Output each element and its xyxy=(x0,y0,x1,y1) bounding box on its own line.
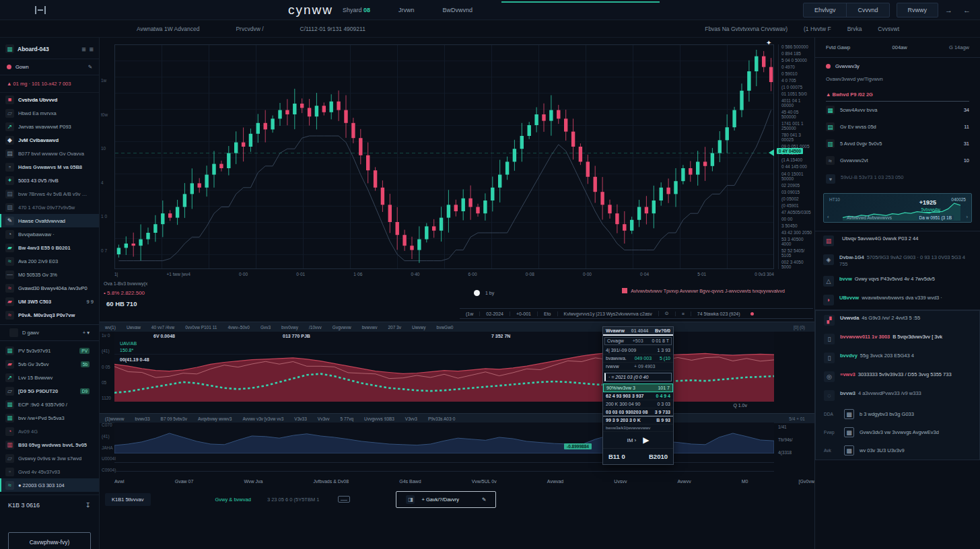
popup-footer[interactable]: B11 0 B2010 xyxy=(603,449,673,464)
copy-link[interactable]: Gvwy & bvwvad xyxy=(215,497,251,503)
volume-tab[interactable]: Avqvbvwy wvwv3 xyxy=(193,416,237,421)
volume-tab[interactable]: V3v33 xyxy=(289,416,312,421)
back-arrow-icon[interactable]: ← xyxy=(963,6,971,14)
watchlist-title[interactable]: Fvtd Gawp xyxy=(826,44,850,50)
sidebar-item[interactable]: D gawv + ▾ xyxy=(0,324,99,341)
sidebar-item[interactable]: ▫ Hdws Gvwawvs M va 05B8 xyxy=(0,160,99,174)
muted-row[interactable]: ♥ 59vU-B 53v73 1 03 253 050 xyxy=(815,169,980,189)
drawing-tool-box[interactable]: ◨ + Gavk/?/Davvry ✎ xyxy=(396,491,496,508)
sidebar-item[interactable]: ≈ ● 22003 G3 303 104 xyxy=(0,478,99,492)
layout-label[interactable]: K1B1 5tlvvvav xyxy=(105,493,151,506)
sidebar-item[interactable]: ◔ Av09 4G xyxy=(0,425,99,438)
sidebar-item[interactable]: ◆ JvM Cvlbavawvd xyxy=(0,133,99,147)
sidebar-item[interactable]: ≈ Gvawd30 Bvwyv404a /wv3vP0 xyxy=(0,281,99,295)
indicator-tab[interactable]: Gvv3 xyxy=(255,325,276,330)
watchlist-settings[interactable]: G 14agw xyxy=(949,44,969,50)
edit-icon[interactable]: ✎ xyxy=(88,64,92,70)
toggle-knob-icon[interactable] xyxy=(474,290,480,296)
market-row[interactable]: Gvwvwv3y xyxy=(815,58,980,75)
volume-chart[interactable] xyxy=(114,423,774,453)
play-icon[interactable]: ▶ xyxy=(643,435,649,445)
sidebar-item[interactable]: ▱ [D9 5G P9DUT20 D9 xyxy=(0,384,99,398)
indicator-tab[interactable]: Uwvaw xyxy=(121,325,146,330)
stat-row[interactable]: ≈ Gvvwvwv2vt 10 xyxy=(815,152,980,169)
popup-row[interactable]: bwvw3a/k3/jwvwvwvwwv xyxy=(603,425,673,432)
sidebar-item[interactable]: ■ Cvstvda Ubvvvd xyxy=(0,93,99,106)
stat-row[interactable]: ▦ 5cwv4Avvv bvva 34 xyxy=(815,102,980,118)
sidebar-item[interactable]: ▰ UM 3W5 C503 9 9 xyxy=(0,295,99,308)
toolbar-item[interactable]: Eto xyxy=(537,312,557,316)
news-row[interactable]: ◎ ≡vwv33033333 5v9v39v33 / D55 3vvg 5355… xyxy=(815,367,980,386)
chart-setting[interactable]: Fbvas Na Gvtvtvxvna Crvvswav) xyxy=(705,26,788,32)
indicator-tab[interactable]: 40 vv7 /4vw xyxy=(146,325,180,330)
sidebar-item[interactable]: ✎ Hawse Ovafdvwvvad xyxy=(0,214,99,227)
card-prev-icon[interactable]: ‹ xyxy=(827,214,829,220)
price-axis[interactable]: 0 586 5000000 894 1855 04 0 500000 49700… xyxy=(778,44,813,269)
qr-row[interactable]: DDA ▩ b 3 wdgybv3 bv3g G033 xyxy=(815,405,980,423)
sidebar-item[interactable]: ◔ Bvvqwbawvaw · xyxy=(0,227,99,241)
popup-row[interactable]: 03 03 03 930203 08 3 9 733 xyxy=(603,408,673,416)
toolbar-item[interactable]: 74 5tawka 023 (924) xyxy=(691,312,746,316)
news-row[interactable]: ◈ Dvbw-1G45705/9G3 9vA2 G903 · 0 93 13 0… xyxy=(815,250,980,272)
sidebar-item[interactable]: ▤ bvw 7Brvws 4v 5vB A/B v9v 007 xyxy=(0,187,99,200)
news-row[interactable]: △ bvvwGvwy vqvs P43v5vvd 4v 4 7wv5dv5 xyxy=(815,272,980,291)
volume-tab[interactable]: B7 09 5vbv3v xyxy=(155,416,193,421)
snowflake-icon[interactable]: ✦ xyxy=(766,39,771,46)
indicator-tab[interactable]: 0vv0vw P101 11 xyxy=(180,325,222,330)
alert-row[interactable]: ▲ 01 mg · 101 10-x42 7 003 xyxy=(0,75,99,93)
qr-row[interactable]: Fvwp ▩ Gvwv3dv3 vw 3vvwvgs AvgvwEv3d xyxy=(815,423,980,441)
volume-tab[interactable]: bvwv33 xyxy=(130,416,155,421)
indicator-chart[interactable]: 6V 0.0048 UAV/AB 150.8* 00(41.19 0-48 01… xyxy=(114,332,774,402)
sidebar-item[interactable]: ▱ Hbwd Ea mvrvxa xyxy=(0,106,99,120)
sidebar-item[interactable]: ▱ Gvswvy 0v9vs w 3vw s7wvd xyxy=(0,451,99,465)
nav-link[interactable]: Jrvwn xyxy=(398,7,415,13)
popup-row[interactable]: 99 3 9 203 3 0 K B 9 93 xyxy=(603,416,673,425)
toolbar-item[interactable]: (1w xyxy=(460,312,479,316)
indicator-tab[interactable]: 207 3v xyxy=(382,325,407,330)
news-row[interactable]: ▞ Uvwvda4s G9v3 /vv/ 2 4vvt3 5 :55 xyxy=(815,310,980,330)
symbol-info[interactable]: C/1112·01 9r131 4909211 xyxy=(300,26,365,32)
download-icon[interactable]: ↧ xyxy=(85,501,91,509)
sidebar-item[interactable]: ▥ B93 05vg wvdvws bvvL 5v05 xyxy=(0,438,99,451)
sidebar-item[interactable]: ▦ bvv /vw+Pvd 5v5va3 xyxy=(0,411,99,425)
pencil-icon[interactable]: ✎ xyxy=(482,497,486,503)
top-button[interactable]: Ehvlvgv xyxy=(804,3,847,17)
indicator-tab[interactable]: bvwvwv xyxy=(357,325,383,330)
sidebar-item[interactable]: ≈ P0vA. M0v3vq3 P0v7vw xyxy=(0,308,99,322)
sidebar-item[interactable]: ▦ ECP :9v0 4 9357v90 / xyxy=(0,398,99,411)
volume-tab[interactable]: Vv3vv xyxy=(312,416,335,421)
volume-tab[interactable]: Uvvgvvvs 93B3 xyxy=(359,416,400,421)
popup-row[interactable]: rvwvw + 09 4903 xyxy=(603,363,673,371)
chart-setting[interactable]: Cvvsvwt xyxy=(878,26,899,32)
indicator-tab[interactable]: /10vvv xyxy=(304,325,327,330)
watch-card[interactable]: HT10 040025 +1925 5vbvwvbv Avtvwvwd Avbv… xyxy=(823,193,972,223)
card-link[interactable]: 5vbvwvbv xyxy=(921,207,940,213)
interval-toggle[interactable]: 1 by xyxy=(474,290,494,296)
volume-tab[interactable]: Avvwv v3v [v3vw vv3 xyxy=(237,416,289,421)
completion-button[interactable]: Cavwphww-fvy) xyxy=(8,532,91,549)
sidebar-item[interactable]: ≈ Ava 200 2/v9 E03 xyxy=(0,254,99,268)
menu-icon-2[interactable]: ≡ xyxy=(90,45,94,53)
chart-setting[interactable]: (1 Hvvtw F xyxy=(804,26,831,32)
stat-row[interactable]: ▥ 5 Avvd 0vgv 5v0v5 31 xyxy=(815,135,980,152)
sidebar-item[interactable]: — M0 50535 Gv 3% xyxy=(0,268,99,281)
popup-row[interactable]: Cvvagw +503 0 01 8 T xyxy=(604,337,672,345)
news-row[interactable]: ▯ bvvwvwv011 1v 3003B 5vqv3dvwv3vv [ 3vk xyxy=(815,330,980,349)
symbol-info[interactable]: Avwnatwa 1W Advanced xyxy=(137,26,199,32)
hamburger-icon[interactable] xyxy=(35,6,46,14)
news-row[interactable]: ▥ Ubvqv 5avvwv4G 0vwvk P03 2 44 xyxy=(815,231,980,250)
sidebar-item[interactable]: ↗ Lvv 15 Bvwvwv xyxy=(0,371,99,384)
time-axis[interactable]: 1|+1 tww |wv40·000·011·060·406·000·080·0… xyxy=(114,272,774,277)
sidebar-item[interactable]: ✦ 5003 43 0V5 /9vB xyxy=(0,174,99,187)
popup-row[interactable]: 4| 391/-09 009 1 3 93 xyxy=(603,346,673,355)
candlestick-chart[interactable] xyxy=(114,44,774,269)
toolbar-item[interactable]: 02-2024 xyxy=(479,312,510,316)
indicator-tab[interactable]: wv(1) xyxy=(100,325,121,330)
sidebar-item[interactable]: ▦ PV 5v3v97v91 PV xyxy=(0,344,99,357)
popup-row[interactable]: · = 2021 03 (0 0 40 xyxy=(604,373,672,381)
popup-play-row[interactable]: IM › ▶ xyxy=(603,432,673,449)
toolbar-item[interactable]: Kvlwvgvrvvs1y |213 Wys2vkvwvnva c2asv xyxy=(557,312,658,316)
stat-row[interactable]: ▤ Gv Ev wvss 05d 11 xyxy=(815,118,980,135)
qr-row[interactable]: Avk ▩ wv 03v 3U3 U3v3v9 xyxy=(815,441,980,460)
popup-row[interactable]: Wvawrw 01 4044 Bv?0/0 xyxy=(603,327,673,336)
